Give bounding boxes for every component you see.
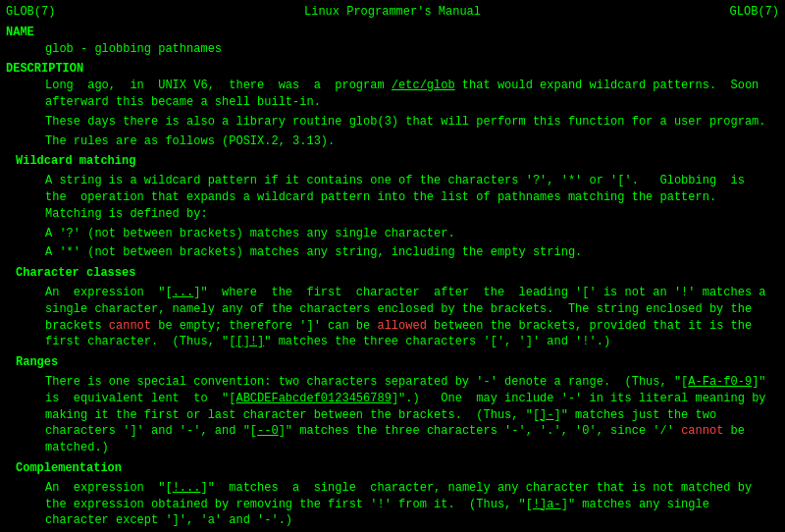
section-wildcard: Wildcard matching A string is a wildcard…: [6, 153, 779, 261]
glob-link: /etc/glob: [392, 79, 455, 92]
section-complementation-title: Complementation: [16, 460, 779, 477]
ranges-title-text: Ranges: [16, 355, 58, 369]
complementation-para1: An expression "[!...]" matches a single …: [45, 480, 779, 529]
complementation-title-text: Complementation: [16, 461, 122, 475]
section-ranges-title: Ranges: [16, 354, 779, 371]
charclasses-code2: []!]: [236, 335, 264, 348]
ranges-cannot: cannot: [681, 424, 723, 438]
wildcard-para1: A string is a wildcard pattern if it con…: [45, 173, 779, 222]
comp-code1: !...: [173, 481, 201, 495]
section-wildcard-title: Wildcard matching: [16, 153, 779, 170]
charclasses-title-text: Character classes: [16, 266, 135, 280]
section-charclasses-title: Character classes: [16, 265, 779, 282]
section-name: NAME glob - globbing pathnames: [6, 25, 779, 58]
ranges-code4: --0: [257, 424, 279, 438]
section-ranges: Ranges There is one special convention: …: [6, 354, 779, 456]
section-complementation: Complementation An expression "[!...]" m…: [6, 460, 779, 532]
header-center: Linux Programmer's Manual: [304, 4, 481, 21]
section-charclasses: Character classes An expression "[...]" …: [6, 265, 779, 350]
header: GLOB(7) Linux Programmer's Manual GLOB(7…: [6, 4, 779, 21]
section-description-title: DESCRIPTION: [6, 61, 779, 78]
comp-code2: !]a-: [533, 498, 561, 511]
section-name-content: glob - globbing pathnames: [45, 41, 779, 58]
description-para1: Long ago, in UNIX V6, there was a progra…: [45, 78, 779, 111]
description-para2: These days there is also a library routi…: [45, 114, 779, 131]
wildcard-title-text: Wildcard matching: [16, 154, 135, 168]
header-left: GLOB(7): [6, 4, 55, 21]
wildcard-para3: A '*' (not between brackets) matches any…: [45, 244, 779, 261]
section-description: DESCRIPTION Long ago, in UNIX V6, there …: [6, 61, 779, 149]
charclasses-para1: An expression "[...]" where the first ch…: [45, 285, 779, 350]
charclasses-cannot1: cannot: [109, 319, 151, 333]
charclasses-allowed: allowed: [377, 319, 426, 333]
ranges-code2: ABCDEFabcdef0123456789: [236, 392, 391, 405]
ranges-code3: ]-: [540, 408, 553, 422]
charclasses-code1: ...: [173, 286, 194, 299]
ranges-para1: There is one special convention: two cha…: [45, 374, 779, 456]
header-right: GLOB(7): [730, 4, 779, 21]
description-para3: The rules are as follows (POSIX.2, 3.13)…: [45, 133, 779, 150]
ranges-code1: A-Fa-f0-9: [688, 375, 752, 389]
wildcard-para2: A '?' (not between brackets) matches any…: [45, 226, 779, 242]
section-name-title: NAME: [6, 25, 779, 41]
